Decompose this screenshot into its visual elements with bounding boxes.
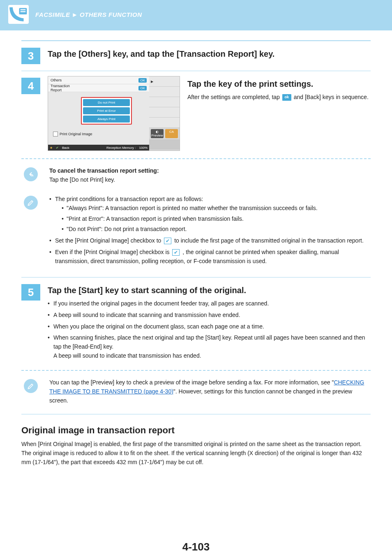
svg-rect-2 [21, 11, 26, 12]
info-even-if-checkbox: Even if the [Print Original Image] check… [49, 248, 371, 266]
mock-bottom-bar: ★ ✔ Back Reception Memory : 100% [48, 145, 149, 150]
divider [21, 40, 371, 41]
option-print-at-error[interactable]: Print at Error [83, 107, 130, 114]
facsimile-icon [8, 5, 29, 24]
info-lead: The print conditions for a transaction r… [55, 196, 203, 202]
ok-icon: ok [282, 94, 291, 101]
preview-note: You can tap the [Preview] key to check a… [21, 376, 371, 407]
step5-b4: When scanning finishes, place the next o… [48, 333, 371, 360]
step-3: 3 Tap the [Others] key, and tap the [Tra… [21, 46, 371, 64]
reception-memory-label: Reception Memory : [106, 146, 136, 150]
step-4: 4 Others OK Transaction Report OK Do not… [21, 76, 371, 151]
breadcrumb: FACSIMILE ► OTHERS FUNCTION [35, 11, 142, 18]
checkbox-checked-icon: ✔ [164, 238, 171, 244]
checkbox-checked-icon: ✔ [172, 249, 180, 256]
divider [21, 71, 371, 71]
divider [21, 414, 371, 414]
print-original-image-row[interactable]: Print Original Image [53, 132, 92, 136]
section-heading: Original image in transaction report [21, 425, 371, 436]
step-number: 4 [21, 78, 40, 94]
mock-right-rail: ▶ ◐ Preview CA [149, 76, 180, 150]
preview-button[interactable]: ◐ Preview [151, 129, 164, 138]
chevron-right-icon: ► [72, 11, 78, 18]
dashed-divider [21, 370, 371, 371]
checkbox-icon[interactable] [53, 132, 58, 136]
pencil-note-icon [24, 379, 38, 393]
option-do-not-print[interactable]: Do not Print [83, 99, 130, 106]
dashed-divider [21, 158, 371, 159]
cancel-note-title: To cancel the transaction report setting… [49, 166, 371, 176]
step-number: 3 [21, 48, 40, 64]
ok-button[interactable]: OK [138, 78, 147, 83]
back-arrow-icon [24, 167, 38, 181]
ok-button[interactable]: OK [138, 86, 147, 90]
divider [21, 277, 371, 278]
print-options-highlight: Do not Print Print at Error Always Print [81, 97, 132, 125]
breadcrumb-left: FACSIMILE [35, 11, 70, 18]
section-body: When [Print Original Image] is enabled, … [21, 440, 371, 467]
page-header: FACSIMILE ► OTHERS FUNCTION [0, 0, 392, 30]
info-note: The print conditions for a transaction r… [21, 192, 371, 271]
info-set-checkbox: Set the [Print Original Image] checkbox … [49, 236, 371, 245]
step5-b1: If you inserted the original pages in th… [48, 299, 371, 308]
step-5: 5 Tap the [Start] key to start scanning … [21, 282, 371, 363]
cancel-note-body: Tap the [Do not Print] key. [49, 176, 371, 185]
info-opt-always-print: "Always Print": A transaction report is … [55, 204, 371, 213]
preview-note-body: You can tap the [Preview] key to check a… [49, 378, 371, 405]
mock-others-label: Others [51, 78, 62, 82]
svg-rect-1 [21, 9, 26, 10]
step-number: 5 [21, 284, 40, 301]
ca-button[interactable]: CA [165, 129, 178, 138]
step-title: Tap the [Others] key, and tap the [Trans… [48, 49, 371, 60]
back-button[interactable]: Back [62, 146, 69, 150]
info-opt-print-at-error: "Print at Error": A transaction report i… [55, 215, 371, 224]
step-title: Tap the [Start] key to start scanning of… [48, 285, 371, 296]
page-number: 4-103 [21, 541, 371, 555]
breadcrumb-right: OTHERS FUNCTION [80, 11, 142, 18]
pencil-note-icon [24, 196, 38, 210]
step-body: After the settings are completed, tap ok… [187, 93, 371, 102]
step5-b3: When you place the original on the docum… [48, 322, 371, 331]
step5-b2: A beep will sound to indicate that scann… [48, 311, 371, 320]
settings-screen-mock: Others OK Transaction Report OK Do not P… [48, 76, 180, 151]
option-always-print[interactable]: Always Print [83, 116, 130, 123]
reception-memory-value: 100% [139, 146, 148, 150]
print-original-image-label: Print Original Image [60, 132, 92, 136]
cancel-note: To cancel the transaction report setting… [21, 164, 371, 187]
step-title: Tap the key of the print settings. [187, 79, 371, 90]
mock-transaction-report-label: Transaction Report [51, 84, 70, 92]
info-opt-do-not-print: "Do not Print": Do not print a transacti… [55, 225, 371, 234]
